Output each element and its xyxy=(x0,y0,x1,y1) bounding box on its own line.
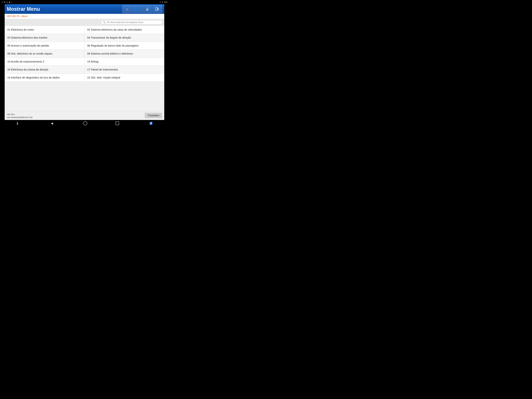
menu-item-22[interactable]: 22 Sist. eletr. tração integral xyxy=(84,74,164,82)
bluetooth-icon: ✳ xyxy=(160,1,161,3)
vehicle-vin: VIN WVWZZZ6RZBY017120 xyxy=(7,116,32,119)
menu-row-2: 03 Sistema eletrónico dos travões 04 Tra… xyxy=(5,34,164,42)
page-title: Mostrar Menu xyxy=(7,6,122,12)
android-nav-bar: ❯ ◀ ♿ xyxy=(0,120,169,127)
nav-home-button[interactable] xyxy=(83,121,87,125)
translation-button[interactable]: Translation xyxy=(145,113,162,118)
header-icon-group: ⌂ 👤 🖨 xyxy=(122,5,162,13)
menu-row-4: 08 Sist. eletrónico do ar condic./aquec.… xyxy=(5,50,164,58)
search-wrapper[interactable]: 🔍 xyxy=(101,20,162,24)
gmail-icon: M xyxy=(4,1,5,3)
menu-item-15[interactable]: 15 Airbag xyxy=(84,58,164,66)
signal-icon: ↺ xyxy=(2,1,3,3)
logout-button[interactable] xyxy=(152,5,162,13)
menu-row-3: 05 Acesso e autorização de partida 06 Re… xyxy=(5,42,164,50)
home-button[interactable]: ⌂ xyxy=(122,5,132,13)
breadcrumb: VW V28.75 > Menu xyxy=(7,15,28,18)
app-container: Mostrar Menu ⌂ 👤 🖨 VW V28.75 > Menu 🔍 xyxy=(5,4,164,120)
vehicle-year: VW 2011 xyxy=(7,113,32,116)
menu-row-6: 16 Eletrónica da coluna de direção 17 Pa… xyxy=(5,66,164,74)
menu-item-03[interactable]: 03 Sistema eletrónico dos travões xyxy=(5,34,84,42)
vehicle-info: VW 2011 VIN WVWZZZ6RZBY017120 xyxy=(7,113,32,119)
battery-indicator: 81% xyxy=(164,1,167,3)
nav-forward-button[interactable]: ❯ xyxy=(14,121,21,126)
menu-item-19[interactable]: 19 Interface de diagnóstico do bus de da… xyxy=(5,74,84,82)
menu-item-06[interactable]: 06 Regulação do banco lado do passageiro xyxy=(84,42,164,50)
wifi-icon: ▼ xyxy=(162,1,163,3)
notification-icon-1: ◎ xyxy=(6,1,8,3)
print-button[interactable]: 🖨 xyxy=(142,5,152,13)
footer-bar: VW 2011 VIN WVWZZZ6RZBY017120 Translatio… xyxy=(5,112,164,120)
menu-item-01[interactable]: 01 Eletrónica do motor xyxy=(5,26,84,34)
search-input[interactable] xyxy=(107,21,160,24)
menu-row-5: 10 Auxílio de estacionamento 2 15 Airbag xyxy=(5,58,164,66)
search-icon: 🔍 xyxy=(103,21,106,24)
person-button[interactable]: 👤 xyxy=(132,5,142,13)
menu-row-1: 01 Eletrónica do motor 02 Sistema eletró… xyxy=(5,26,164,34)
menu-content: 01 Eletrónica do motor 02 Sistema eletró… xyxy=(5,26,164,114)
menu-item-05[interactable]: 05 Acesso e autorização de partida xyxy=(5,42,84,50)
status-right-icons: ✳ ▼ 81% xyxy=(160,1,167,3)
menu-item-10[interactable]: 10 Auxílio de estacionamento 2 xyxy=(5,58,84,66)
menu-item-02[interactable]: 02 Sistema eletrónico da caixa de veloci… xyxy=(84,26,164,34)
menu-item-04[interactable]: 04 Transmissor do ângulo de direção xyxy=(84,34,164,42)
nav-accessibility-button[interactable]: ♿ xyxy=(147,121,155,126)
status-left-icons: ↺ M ◎ ◉ • xyxy=(2,1,12,3)
menu-item-09[interactable]: 09 Sistema central elétrico e eletrónico xyxy=(84,50,164,58)
menu-item-08[interactable]: 08 Sist. eletrónico do ar condic./aquec. xyxy=(5,50,84,58)
notification-icon-2: ◉ xyxy=(9,1,10,3)
nav-recents-button[interactable] xyxy=(116,121,119,125)
status-bar: ↺ M ◎ ◉ • ✳ ▼ 81% xyxy=(0,0,169,4)
nav-back-button[interactable]: ◀ xyxy=(49,121,55,126)
menu-table: 01 Eletrónica do motor 02 Sistema eletró… xyxy=(5,26,164,82)
search-bar: 🔍 xyxy=(5,19,164,26)
breadcrumb-bar: VW V28.75 > Menu xyxy=(5,14,164,19)
menu-item-16[interactable]: 16 Eletrónica da coluna de direção xyxy=(5,66,84,74)
menu-item-17[interactable]: 17 Painel de instrumentos xyxy=(84,66,164,74)
dot-icon: • xyxy=(11,1,12,3)
app-header: Mostrar Menu ⌂ 👤 🖨 xyxy=(5,4,164,14)
menu-row-7: 19 Interface de diagnóstico do bus de da… xyxy=(5,74,164,82)
